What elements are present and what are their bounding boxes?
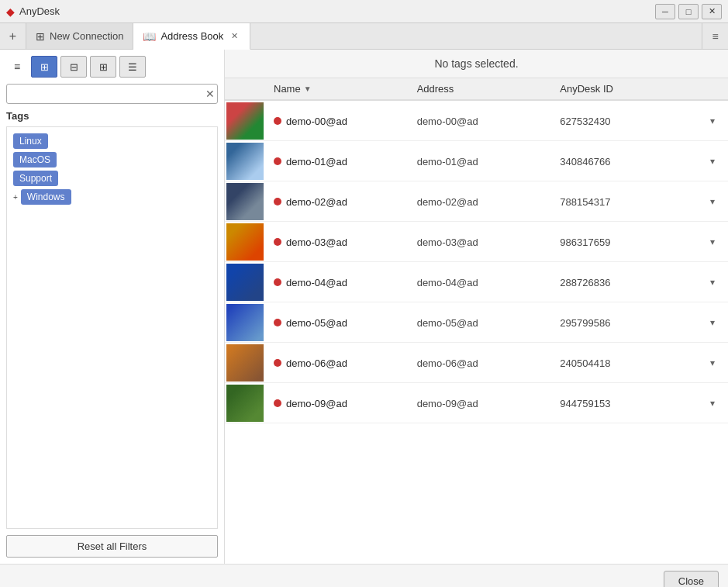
sidebar-toolbar: ≡ ⊞ ⊟ ⊞ ☰ xyxy=(6,56,218,78)
address-book-tab-close[interactable]: ✕ xyxy=(228,30,240,43)
reset-filters-button[interactable]: Reset all Filters xyxy=(6,535,218,558)
maximize-button[interactable]: □ xyxy=(678,4,699,19)
table-row[interactable]: demo-06@ad demo-06@ad 240504418 ▾ xyxy=(225,343,728,383)
title-bar: ◆ AnyDesk ─ □ ✕ xyxy=(0,0,728,23)
row-thumbnail-0 xyxy=(226,102,264,140)
row-address-3: demo-03@ad xyxy=(411,237,554,248)
content-header: No tags selected. xyxy=(225,50,728,78)
row-chevron-6[interactable]: ▾ xyxy=(697,357,728,368)
sort-arrow-icon: ▼ xyxy=(304,85,312,93)
th-address: Address xyxy=(411,83,554,95)
table-row[interactable]: demo-03@ad demo-03@ad 986317659 ▾ xyxy=(225,222,728,262)
status-dot-3 xyxy=(274,238,281,246)
row-chevron-3[interactable]: ▾ xyxy=(697,237,728,247)
th-name[interactable]: Name ▼ xyxy=(267,83,411,95)
table-row[interactable]: demo-05@ad demo-05@ad 295799586 ▾ xyxy=(225,302,728,343)
sidebar-hamburger-icon[interactable]: ≡ xyxy=(6,56,28,78)
row-name-6: demo-06@ad xyxy=(267,357,411,369)
tag-macos-label: MacOS xyxy=(19,154,50,165)
tag-macos[interactable]: MacOS xyxy=(13,152,57,167)
tag-windows[interactable]: Windows xyxy=(21,189,71,205)
row-name-4: demo-04@ad xyxy=(267,277,411,288)
row-chevron-5[interactable]: ▾ xyxy=(697,317,728,328)
status-dot-1 xyxy=(274,157,281,165)
tag-windows-label: Windows xyxy=(27,192,65,202)
status-dot-2 xyxy=(274,198,281,205)
row-name-label-4: demo-04@ad xyxy=(286,277,347,288)
row-name-label-6: demo-06@ad xyxy=(286,357,347,369)
table-row[interactable]: demo-00@ad demo-00@ad 627532430 ▾ xyxy=(225,101,728,141)
row-name-label-0: demo-00@ad xyxy=(286,116,347,127)
row-chevron-4[interactable]: ▾ xyxy=(697,277,728,288)
row-anydesk-id-6: 240504418 xyxy=(554,357,697,369)
tab-address-book[interactable]: 📖 Address Book ✕ xyxy=(133,23,250,50)
view-grid-button[interactable]: ⊞ xyxy=(90,56,116,78)
row-name-7: demo-09@ad xyxy=(267,398,411,409)
minimize-button[interactable]: ─ xyxy=(655,4,675,19)
row-anydesk-id-2: 788154317 xyxy=(554,196,697,208)
tab-new-connection[interactable]: ⊞ New Connection xyxy=(26,23,133,49)
row-thumbnail-5 xyxy=(226,304,264,341)
row-address-6: demo-06@ad xyxy=(411,357,554,369)
row-name-label-2: demo-02@ad xyxy=(286,196,347,208)
row-name-1: demo-01@ad xyxy=(267,156,411,167)
row-thumbnail-3 xyxy=(226,223,264,261)
status-dot-7 xyxy=(274,399,281,407)
th-name-label: Name xyxy=(274,83,301,95)
search-input[interactable] xyxy=(6,84,218,104)
search-clear-icon[interactable]: ✕ xyxy=(205,88,215,99)
tag-linux-label: Linux xyxy=(19,136,42,147)
row-address-4: demo-04@ad xyxy=(411,277,554,288)
window-controls: ─ □ ✕ xyxy=(655,4,722,19)
row-address-5: demo-05@ad xyxy=(411,317,554,329)
content-area: No tags selected. Name ▼ Address AnyDesk… xyxy=(225,50,728,564)
main-area: ≡ ⊞ ⊟ ⊞ ☰ ✕ Tags Linux MacOS Support + xyxy=(0,50,728,564)
status-dot-4 xyxy=(274,278,281,286)
tags-label: Tags xyxy=(6,110,218,122)
th-thumbnail xyxy=(225,83,267,95)
th-anydesk-id: AnyDesk ID xyxy=(554,83,697,95)
row-name-label-3: demo-03@ad xyxy=(286,237,347,248)
row-chevron-0[interactable]: ▾ xyxy=(697,116,728,126)
row-thumbnail-1 xyxy=(226,143,264,180)
view-local-button[interactable]: ⊟ xyxy=(60,56,87,78)
row-anydesk-id-3: 986317659 xyxy=(554,237,697,248)
app-name: AnyDesk xyxy=(19,5,655,17)
action-bar: Close xyxy=(0,564,728,587)
row-name-5: demo-05@ad xyxy=(267,317,411,329)
new-tab-button[interactable]: + xyxy=(0,23,26,49)
row-anydesk-id-7: 944759153 xyxy=(554,398,697,409)
address-book-tab-label: Address Book xyxy=(160,30,223,42)
sidebar: ≡ ⊞ ⊟ ⊞ ☰ ✕ Tags Linux MacOS Support + xyxy=(0,50,225,564)
row-thumbnail-2 xyxy=(226,183,264,220)
row-name-label-1: demo-01@ad xyxy=(286,156,347,167)
row-thumbnail-4 xyxy=(226,264,264,301)
table-row[interactable]: demo-01@ad demo-01@ad 340846766 ▾ xyxy=(225,141,728,181)
tab-menu-button[interactable]: ≡ xyxy=(702,23,728,49)
new-connection-tab-label: New Connection xyxy=(50,30,123,42)
view-remote-button[interactable]: ⊞ xyxy=(31,56,57,78)
row-chevron-1[interactable]: ▾ xyxy=(697,156,728,167)
tags-container: Linux MacOS Support + Windows xyxy=(6,126,218,529)
table-row[interactable]: demo-02@ad demo-02@ad 788154317 ▾ xyxy=(225,181,728,222)
windows-expand-icon[interactable]: + xyxy=(13,193,18,202)
status-dot-0 xyxy=(274,117,281,125)
new-connection-tab-icon: ⊞ xyxy=(36,30,45,43)
row-anydesk-id-0: 627532430 xyxy=(554,116,697,127)
close-button[interactable]: Close xyxy=(664,571,719,587)
row-chevron-7[interactable]: ▾ xyxy=(697,398,728,409)
status-dot-5 xyxy=(274,319,281,326)
row-address-2: demo-02@ad xyxy=(411,196,554,208)
row-address-7: demo-09@ad xyxy=(411,398,554,409)
th-action xyxy=(697,83,728,95)
search-box: ✕ xyxy=(6,84,218,104)
table-row[interactable]: demo-09@ad demo-09@ad 944759153 ▾ xyxy=(225,383,728,423)
close-window-button[interactable]: ✕ xyxy=(702,4,722,19)
table-row[interactable]: demo-04@ad demo-04@ad 288726836 ▾ xyxy=(225,262,728,302)
view-list-button[interactable]: ☰ xyxy=(119,56,146,78)
row-name-3: demo-03@ad xyxy=(267,237,411,248)
tag-linux[interactable]: Linux xyxy=(13,133,48,149)
row-chevron-2[interactable]: ▾ xyxy=(697,196,728,207)
row-address-0: demo-00@ad xyxy=(411,116,554,127)
tag-support[interactable]: Support xyxy=(13,171,58,186)
